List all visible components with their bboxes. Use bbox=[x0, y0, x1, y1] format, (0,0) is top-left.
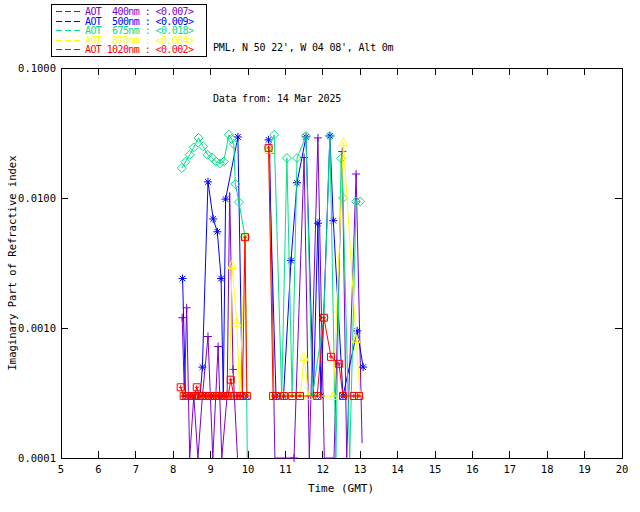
aot-refractive-index-plot: AOT 400nm : <0.007>AOT 500nm : <0.009>AO… bbox=[0, 0, 640, 512]
plus-marker-400nm bbox=[352, 170, 360, 178]
series-group bbox=[177, 130, 367, 462]
x-tick-label: 5 bbox=[58, 463, 64, 475]
series-line-500nm bbox=[183, 137, 247, 396]
y-tick-label: 0.0010 bbox=[18, 322, 56, 334]
x-tick-label: 7 bbox=[133, 463, 139, 475]
plus-marker-400nm bbox=[214, 343, 222, 351]
y-tick-label: 0.0100 bbox=[18, 192, 56, 204]
plus-marker-400nm bbox=[290, 454, 298, 462]
asterisk-marker-500nm bbox=[198, 363, 206, 371]
x-tick-label: 10 bbox=[242, 463, 255, 475]
x-tick-label: 8 bbox=[170, 463, 176, 475]
x-tick-label: 18 bbox=[541, 463, 554, 475]
series-line-870nm bbox=[184, 237, 247, 396]
plus-marker-400nm bbox=[204, 333, 212, 341]
x-tick-label: 15 bbox=[429, 463, 442, 475]
x-tick-label: 20 bbox=[616, 463, 629, 475]
y-axis-title: Imaginary Part of Refractive index bbox=[6, 156, 18, 371]
x-tick-label: 12 bbox=[316, 463, 329, 475]
asterisk-marker-500nm bbox=[213, 228, 221, 236]
asterisk-marker-500nm bbox=[222, 195, 230, 203]
x-tick-label: 9 bbox=[207, 463, 213, 475]
asterisk-marker-500nm bbox=[179, 275, 187, 283]
x-tick-label: 6 bbox=[95, 463, 101, 475]
series-line-1020nm bbox=[181, 237, 247, 396]
x-tick-label: 19 bbox=[578, 463, 591, 475]
asterisk-marker-500nm bbox=[209, 215, 217, 223]
asterisk-marker-500nm bbox=[329, 217, 337, 225]
x-tick-label: 11 bbox=[279, 463, 292, 475]
x-tick-label: 14 bbox=[391, 463, 404, 475]
x-tick-label: 13 bbox=[354, 463, 367, 475]
asterisk-marker-500nm bbox=[287, 257, 295, 265]
y-tick-label: 0.0001 bbox=[18, 452, 56, 464]
asterisk-marker-500nm bbox=[353, 327, 361, 335]
square-plus-marker-1020nm bbox=[193, 384, 200, 391]
asterisk-marker-500nm bbox=[217, 275, 225, 283]
diamond-marker-675nm bbox=[177, 164, 186, 173]
series-line-400nm bbox=[182, 193, 237, 458]
asterisk-marker-500nm bbox=[359, 363, 367, 371]
asterisk-marker-500nm bbox=[204, 178, 212, 186]
series-line-675nm bbox=[182, 135, 248, 458]
x-axis-title: Time (GMT) bbox=[308, 482, 374, 495]
plus-marker-400nm bbox=[314, 134, 322, 142]
plus-marker-400nm bbox=[178, 314, 186, 322]
x-tick-label: 17 bbox=[503, 463, 516, 475]
x-tick-label: 16 bbox=[466, 463, 479, 475]
y-tick-label: 0.1000 bbox=[18, 62, 56, 74]
chart-svg: 5678910111213141516171819200.10000.01000… bbox=[0, 0, 640, 512]
